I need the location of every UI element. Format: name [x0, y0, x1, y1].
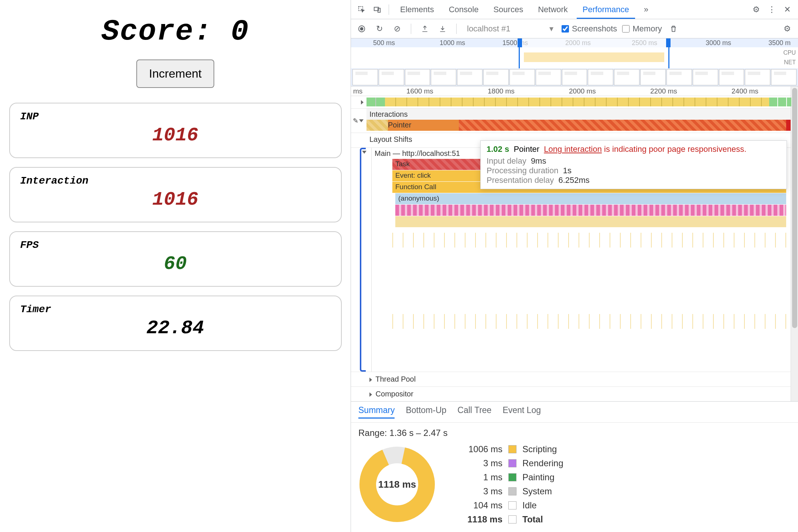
tab-event-log[interactable]: Event Log [502, 405, 541, 419]
screenshots-checkbox-input[interactable] [562, 25, 569, 33]
clear-icon[interactable]: ⊘ [391, 23, 403, 35]
range-label: Range: 1.36 s – 2.47 s [351, 423, 798, 440]
tick: 2000 ms [569, 87, 596, 95]
memory-checkbox-input[interactable] [622, 25, 630, 33]
screenshot-thumb[interactable] [457, 69, 482, 85]
legend-ms: 104 ms [458, 500, 502, 511]
gc-icon[interactable] [667, 23, 680, 35]
legend-ms: 1006 ms [458, 444, 502, 454]
screenshot-thumb[interactable] [352, 69, 378, 85]
legend-ms: 3 ms [458, 458, 502, 468]
tick: 500 ms [373, 39, 395, 47]
tooltip-rest: is indicating poor page responsiveness. [602, 144, 746, 154]
screenshot-thumb[interactable] [536, 69, 561, 85]
screenshot-thumb[interactable] [431, 69, 456, 85]
metric-card-inp: INP 1016 [9, 103, 342, 158]
legend-swatch [508, 459, 516, 467]
bottom-panel: Summary Bottom-Up Call Tree Event Log Ra… [351, 401, 798, 532]
increment-button[interactable]: Increment [136, 59, 214, 88]
screenshots-checkbox[interactable]: Screenshots [562, 24, 617, 34]
screenshot-thumb[interactable] [483, 69, 509, 85]
flame-chart-body[interactable]: ms 1600 ms 1800 ms 2000 ms 2200 ms 2400 … [351, 86, 791, 401]
tooltip-link[interactable]: Long interaction [544, 144, 602, 154]
legend-swatch [508, 445, 516, 453]
kebab-icon[interactable]: ⋮ [765, 3, 778, 16]
record-icon[interactable] [355, 23, 368, 35]
screenshot-thumb[interactable] [379, 69, 404, 85]
svg-point-4 [360, 27, 363, 30]
track-toggle[interactable] [351, 96, 366, 108]
gear-icon[interactable]: ⚙ [781, 23, 794, 35]
track-frames[interactable]: Frames [351, 96, 791, 109]
metric-value: 1016 [20, 189, 331, 211]
legend-ms: 1118 ms [458, 514, 502, 525]
flame-chart[interactable]: ms 1600 ms 1800 ms 2000 ms 2200 ms 2400 … [351, 86, 798, 401]
flame-bar-anonymous[interactable]: (anonymous) [395, 193, 786, 204]
selection-handle-right[interactable] [666, 38, 671, 47]
track-label: Interactions [366, 109, 791, 120]
metric-card-interaction: Interaction 1016 [9, 167, 342, 222]
selection-handle-left[interactable] [518, 38, 522, 47]
tab-call-tree[interactable]: Call Tree [457, 405, 491, 419]
tab-elements[interactable]: Elements [394, 0, 440, 19]
tab-network[interactable]: Network [532, 0, 574, 19]
device-icon[interactable] [371, 3, 383, 16]
legend-swatch [508, 487, 516, 495]
gear-icon[interactable]: ⚙ [750, 3, 763, 16]
screenshot-thumb[interactable] [771, 69, 797, 85]
screenshot-strip[interactable] [351, 68, 798, 86]
legend-row: 3 ms Rendering [458, 458, 563, 468]
tab-sources[interactable]: Sources [487, 0, 529, 19]
upload-icon[interactable] [419, 23, 431, 35]
interaction-pointer-bar[interactable]: Pointer [366, 120, 791, 131]
screenshot-thumb[interactable] [509, 69, 535, 85]
expand-icon[interactable] [369, 378, 372, 382]
tooltip-val: 1s [563, 166, 572, 175]
flame-ruler[interactable]: ms 1600 ms 1800 ms 2000 ms 2200 ms 2400 … [351, 86, 791, 96]
tab-bottom-up[interactable]: Bottom-Up [406, 405, 446, 419]
metric-value: 60 [20, 253, 331, 275]
metric-value: 22.84 [20, 317, 331, 339]
screenshot-thumb[interactable] [562, 69, 587, 85]
expand-icon[interactable] [369, 392, 372, 397]
tick: 1800 ms [488, 87, 515, 95]
close-icon[interactable]: ✕ [781, 3, 794, 16]
tick: 3000 ms [706, 39, 731, 47]
tab-performance[interactable]: Performance [577, 0, 635, 19]
flame-bar-detail[interactable] [395, 216, 786, 227]
screenshot-thumb[interactable] [745, 69, 770, 85]
screenshot-thumb[interactable] [640, 69, 666, 85]
screenshot-thumb[interactable] [693, 69, 718, 85]
track-toggle[interactable]: ✎ [351, 109, 366, 133]
screenshot-thumb[interactable] [719, 69, 744, 85]
track-label: Compositor [376, 390, 413, 398]
legend-swatch [508, 515, 516, 524]
profile-select[interactable]: localhost #1 ▾ [464, 23, 556, 35]
tick: 1600 ms [406, 87, 433, 95]
legend-label: Total [522, 514, 543, 525]
tick: 3500 m [768, 39, 791, 47]
devtools-tabs: Elements Console Sources Network Perform… [351, 0, 798, 19]
legend-row-total: 1118 ms Total [458, 514, 563, 525]
screenshot-thumb[interactable] [588, 69, 613, 85]
download-icon[interactable] [436, 23, 449, 35]
screenshot-thumb[interactable] [405, 69, 430, 85]
overview-timeline[interactable]: 500 ms 1000 ms 1500 ms 2000 ms 2500 ms 3… [351, 38, 798, 86]
memory-label: Memory [632, 24, 662, 34]
screenshot-thumb[interactable] [614, 69, 640, 85]
legend-row: 1006 ms Scripting [458, 444, 563, 454]
track-thread-pool[interactable]: Thread Pool [351, 372, 791, 386]
flame-bar-detail[interactable] [395, 205, 786, 216]
memory-checkbox[interactable]: Memory [622, 24, 662, 34]
track-interactions[interactable]: ✎ Interactions Pointer [351, 109, 791, 133]
main-gutter [351, 148, 372, 372]
tick: 1000 ms [440, 39, 465, 47]
track-compositor[interactable]: Compositor [351, 386, 791, 401]
tabs-overflow[interactable]: » [638, 0, 654, 19]
reload-icon[interactable]: ↻ [373, 23, 386, 35]
scrollbar[interactable] [791, 86, 798, 401]
tab-summary[interactable]: Summary [358, 405, 395, 419]
inspect-icon[interactable] [355, 3, 368, 16]
tab-console[interactable]: Console [443, 0, 485, 19]
screenshot-thumb[interactable] [666, 69, 692, 85]
